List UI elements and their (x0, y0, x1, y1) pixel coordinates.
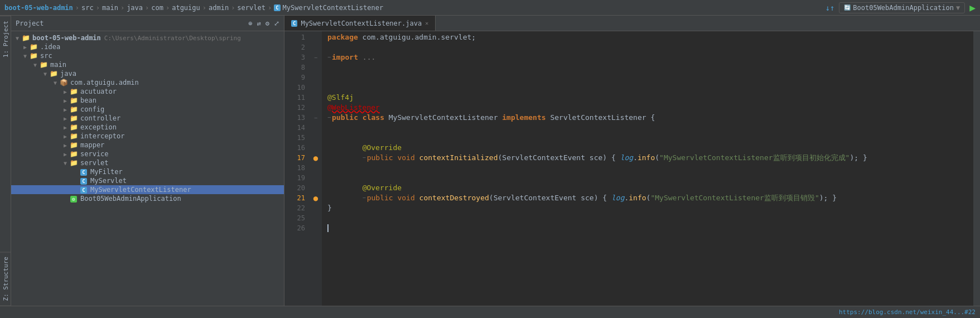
tree-package[interactable]: ▼ 📦 com.atguigu.admin (11, 78, 284, 87)
myswervlet-label: MySwervletContextListener (90, 186, 191, 194)
servlet-arrow[interactable]: ▼ (61, 160, 69, 166)
service-label: service (80, 150, 109, 158)
method-destroy: contextDestroyed (419, 193, 489, 203)
idea-label: .idea (40, 43, 60, 51)
main-content: 1: Project Z: Structure Project ⊕ ⇄ ⚙ ⤢ … (0, 16, 980, 306)
bc-classname: MySwervletContextListener (283, 4, 384, 12)
acutuator-label: acutuator (80, 88, 117, 95)
tree-myfilter[interactable]: C MyFilter (11, 167, 284, 176)
code-line-3: − import ... (327, 52, 973, 62)
tree-controller[interactable]: ▶ 📁 controller (11, 114, 284, 123)
tree-src[interactable]: ▼ 📁 src (11, 51, 284, 60)
controller-arrow[interactable]: ▶ (61, 115, 69, 122)
run-config[interactable]: 🔄 Boot05WebAdminApplication ▼ (839, 2, 965, 13)
run-config-dropdown[interactable]: ▼ (956, 4, 960, 12)
line-numbers: 1 2 3 8 9 10 11 12 13 14 15 16 17 18 19 … (284, 31, 310, 306)
code-editor[interactable]: 1 2 3 8 9 10 11 12 13 14 15 16 17 18 19 … (284, 31, 980, 306)
bc-main: main (102, 4, 118, 12)
acutuator-arrow[interactable]: ▶ (61, 89, 69, 95)
mapper-icon: 📁 (69, 141, 78, 149)
import-kw: import (332, 52, 358, 62)
code-line-21: − public void contextDestroyed(ServletCo… (327, 193, 973, 203)
idea-icon: 📁 (29, 43, 38, 51)
tree-myswervlet[interactable]: C MySwervletContextListener (11, 185, 284, 194)
tree-config[interactable]: ▶ 📁 config (11, 105, 284, 114)
root-folder-icon: 📁 (21, 34, 30, 42)
tree-mapper[interactable]: ▶ 📁 mapper (11, 141, 284, 150)
tree-java[interactable]: ▼ 📁 java (11, 69, 284, 78)
sidebar-icon-add[interactable]: ⊕ (248, 20, 252, 27)
exception-arrow[interactable]: ▶ (61, 124, 69, 131)
run-config-icon: 🔄 (844, 4, 851, 11)
code-line-19 (327, 173, 973, 183)
interceptor-label: interceptor (80, 132, 124, 140)
log-call-1: log (620, 153, 633, 163)
tree-servlet[interactable]: ▼ 📁 servlet (11, 158, 284, 167)
myfilter-icon: C (79, 168, 88, 176)
tree-boot05[interactable]: ⚙ Boot05WebAdminApplication (11, 194, 284, 203)
bc-atguigu: atguigu (172, 4, 200, 12)
sidebar-icon-settings[interactable]: ⚙ (265, 20, 269, 27)
java-icon: 📁 (49, 70, 58, 78)
service-arrow[interactable]: ▶ (61, 151, 69, 157)
tree-root[interactable]: ▼ 📁 boot-05-web-admin C:\Users\Administr… (11, 33, 284, 42)
config-arrow[interactable]: ▶ (61, 107, 69, 113)
fold-method1[interactable]: − (363, 153, 366, 163)
code-content[interactable]: package com.atguigu.admin.servlet; − imp… (322, 31, 973, 306)
run-config-label: Boot05WebAdminApplication (853, 4, 954, 12)
fold-class[interactable]: − (327, 113, 331, 123)
bc-class-icon: C (274, 4, 280, 11)
slf4j-annotation: @Slf4j (327, 93, 354, 103)
main-arrow[interactable]: ▼ (31, 62, 39, 68)
tree-exception[interactable]: ▶ 📁 exception (11, 123, 284, 132)
kw-public: public (332, 113, 358, 123)
sidebar-icon-expand[interactable]: ⤢ (274, 20, 279, 27)
code-line-14 (327, 123, 973, 133)
top-bar: boot-05-web-admin › src › main › java › … (0, 0, 980, 16)
boot05-label: Boot05WebAdminApplication (80, 195, 181, 203)
code-line-20: @Override (327, 183, 973, 193)
structure-tab[interactable]: Z: Structure (0, 252, 11, 306)
package-arrow[interactable]: ▼ (51, 80, 59, 86)
tree-idea[interactable]: ▶ 📁 .idea (11, 42, 284, 51)
fold-import[interactable]: − (327, 52, 331, 62)
bc-java: java (127, 4, 143, 12)
tree-service[interactable]: ▶ 📁 service (11, 150, 284, 158)
idea-arrow[interactable]: ▶ (21, 44, 29, 50)
breadcrumb-project[interactable]: boot-05-web-admin (4, 4, 73, 12)
code-line-2 (327, 42, 973, 52)
config-icon: 📁 (69, 105, 78, 113)
bean-icon: 📁 (69, 97, 78, 104)
log-call-2: log (611, 193, 624, 203)
bean-arrow[interactable]: ▶ (61, 98, 69, 104)
tab-class-icon: C (291, 20, 297, 27)
project-tab[interactable]: 1: Project (0, 16, 11, 62)
tree-myservlet[interactable]: C MyServlet (11, 176, 284, 185)
interceptor-arrow[interactable]: ▶ (61, 133, 69, 139)
kw-package: package (327, 32, 358, 42)
code-line-11: @Slf4j (327, 93, 973, 103)
servlet-icon: 📁 (69, 159, 78, 167)
override-2: @Override (363, 183, 402, 193)
tree-bean[interactable]: ▶ 📁 bean (11, 96, 284, 105)
tree-main[interactable]: ▼ 📁 main (11, 60, 284, 69)
code-line-22: } (327, 203, 973, 213)
fold-method2[interactable]: − (363, 193, 366, 203)
root-path: C:\Users\Administrator\Desktop\spring (104, 35, 241, 42)
tree-interceptor[interactable]: ▶ 📁 interceptor (11, 132, 284, 141)
src-arrow[interactable]: ▼ (21, 53, 29, 59)
bean-label: bean (80, 97, 96, 104)
project-panel: Project ⊕ ⇄ ⚙ ⤢ ▼ 📁 boot-05-web-admin C:… (11, 16, 284, 306)
sidebar-icon-sync[interactable]: ⇄ (257, 20, 261, 27)
tab-close-icon[interactable]: ✕ (425, 20, 428, 26)
mapper-arrow[interactable]: ▶ (61, 142, 69, 148)
download-icon: ↓↑ (825, 3, 834, 12)
root-arrow[interactable]: ▼ (13, 35, 21, 41)
scrollbar-vertical[interactable] (973, 31, 980, 306)
active-tab[interactable]: C MySwervletContextListener.java ✕ (284, 16, 436, 31)
tree-acutuator[interactable]: ▶ 📁 acutuator (11, 87, 284, 96)
java-arrow[interactable]: ▼ (41, 71, 49, 77)
code-line-13: − public class MySwervletContextListener… (327, 113, 973, 123)
run-button[interactable]: ▶ (969, 2, 976, 13)
code-line-1: package com.atguigu.admin.servlet; (327, 32, 973, 42)
